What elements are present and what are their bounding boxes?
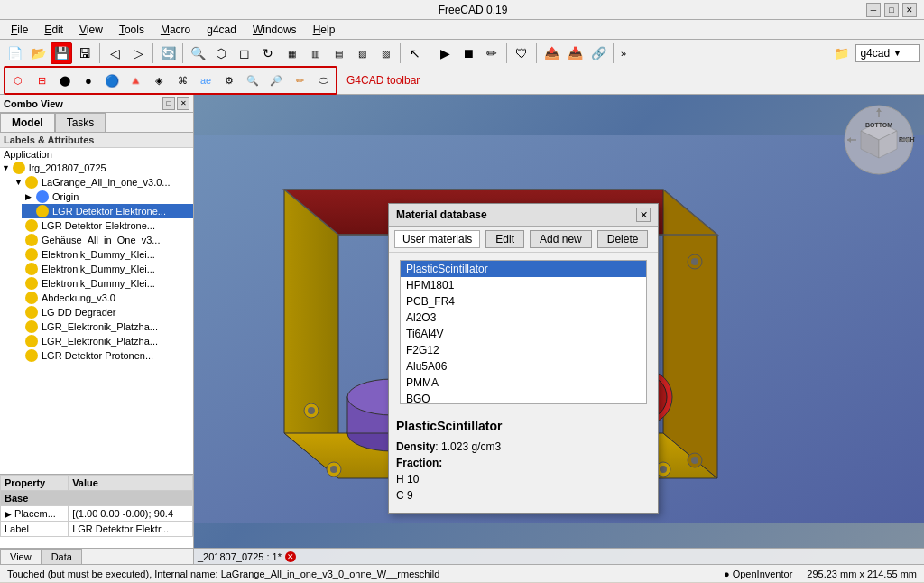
new-button[interactable]: 📄 — [4, 42, 25, 64]
panel-float-btn[interactable]: □ — [162, 97, 175, 110]
g4cad-btn13[interactable]: ✏ — [289, 69, 310, 91]
list-item-7[interactable]: PMMA — [401, 375, 646, 391]
material-dialog[interactable]: Material database ✕ User materials Edit … — [388, 203, 659, 514]
rotate-button[interactable]: ↻ — [257, 42, 279, 64]
refresh-button[interactable]: 🔄 — [157, 42, 179, 64]
list-item-0[interactable]: PlasticScintillator — [401, 261, 646, 277]
tree-item-0[interactable]: ▼ lrg_201807_0725 — [0, 161, 193, 175]
g4cad-dropdown[interactable]: g4cad ▼ — [855, 44, 920, 62]
tree-arrow-1: ▼ — [14, 178, 23, 187]
bottom-button[interactable]: ▨ — [374, 42, 396, 64]
g4cad-btn10[interactable]: ⚙ — [218, 69, 240, 91]
g4cad-btn14[interactable]: ⬭ — [312, 69, 334, 91]
tree-item-6[interactable]: Elektronik_Dummy_Klei... — [22, 247, 193, 262]
tree-item-1[interactable]: ▼ LaGrange_All_in_one_v3.0... — [11, 175, 193, 190]
link-button[interactable]: 🔗 — [587, 42, 609, 64]
list-item-1[interactable]: HPM1801 — [401, 277, 646, 293]
dialog-delete-button[interactable]: Delete — [597, 230, 649, 248]
svg-point-23 — [691, 457, 698, 464]
minimize-button[interactable]: ─ — [866, 3, 881, 17]
menu-edit[interactable]: Edit — [37, 22, 70, 38]
select-button[interactable]: ↖ — [404, 42, 426, 64]
dialog-tab-user-materials[interactable]: User materials — [394, 230, 480, 248]
menu-g4cad[interactable]: g4cad — [199, 22, 244, 38]
maximize-button[interactable]: □ — [884, 3, 899, 17]
box-button[interactable]: ◻ — [234, 42, 255, 64]
tree-item-5[interactable]: Gehäuse_All_in_One_v3... — [22, 233, 193, 247]
shield-button[interactable]: 🛡 — [511, 42, 532, 64]
g4cad-btn1[interactable]: ⬡ — [7, 69, 29, 91]
double-chevron: » — [621, 48, 626, 59]
tree-icon-4 — [25, 219, 38, 232]
tree-item-2[interactable]: ▶ Origin — [22, 190, 193, 204]
menu-tools[interactable]: Tools — [112, 22, 152, 38]
tab-model[interactable]: Model — [0, 113, 55, 132]
menu-windows[interactable]: Windows — [245, 22, 304, 38]
material-list[interactable]: PlasticScintillator HPM1801 PCB_FR4 Al2O… — [400, 260, 647, 404]
list-item-6[interactable]: Alu5A06 — [401, 358, 646, 375]
tree-item-11[interactable]: LGR_Elektronik_Platzha... — [22, 319, 193, 334]
tree-label-4: LGR Detektor Elektrone... — [42, 220, 155, 231]
g4cad-btn4[interactable]: ● — [78, 69, 99, 91]
panel-close-btn[interactable]: ✕ — [177, 97, 189, 110]
tree-label-3: LGR Detektor Elektrone... — [52, 206, 166, 217]
tab-data[interactable]: Data — [42, 549, 82, 564]
g4cad-btn8[interactable]: ⌘ — [171, 69, 193, 91]
edit-button[interactable]: ✏ — [481, 42, 503, 64]
close-button[interactable]: ✕ — [902, 3, 917, 17]
file-icon-btn[interactable]: 📁 — [830, 42, 852, 64]
menu-macro[interactable]: Macro — [153, 22, 198, 38]
tree-item-4[interactable]: LGR Detektor Elektrone... — [22, 218, 193, 233]
right-button[interactable]: ▤ — [328, 42, 349, 64]
g4cad-btn7[interactable]: ◈ — [148, 69, 170, 91]
play-button[interactable]: ▶ — [434, 42, 456, 64]
zoom-button[interactable]: 🔍 — [187, 42, 208, 64]
export2-button[interactable]: 📥 — [564, 42, 586, 64]
list-item-3[interactable]: Al2O3 — [401, 310, 646, 326]
navcube[interactable]: BOTTOM RIGHT — [843, 104, 915, 176]
top-button[interactable]: ▥ — [304, 42, 326, 64]
stop-button[interactable]: ⏹ — [457, 42, 479, 64]
tree-item-7[interactable]: Elektronik_Dummy_Klei... — [22, 262, 193, 276]
list-item-2[interactable]: PCB_FR4 — [401, 293, 646, 310]
undo-button[interactable]: ◁ — [104, 42, 125, 64]
list-item-5[interactable]: F2G12 — [401, 342, 646, 358]
tab-tasks[interactable]: Tasks — [55, 113, 106, 132]
menu-help[interactable]: Help — [306, 22, 343, 38]
save-as-button[interactable]: 🖫 — [74, 42, 96, 64]
tree-area[interactable]: Application ▼ lrg_201807_0725 ▼ LaGrange… — [0, 148, 193, 474]
tree-item-10[interactable]: LG DD Degrader — [22, 305, 193, 319]
g4cad-btn12[interactable]: 🔎 — [265, 69, 287, 91]
sep8 — [613, 43, 614, 63]
tree-icon-2 — [36, 190, 49, 203]
dialog-close-button[interactable]: ✕ — [636, 208, 651, 222]
view3d-button[interactable]: ⬡ — [210, 42, 232, 64]
menu-view[interactable]: View — [72, 22, 110, 38]
front-button[interactable]: ▦ — [281, 42, 302, 64]
dialog-edit-button[interactable]: Edit — [485, 230, 524, 248]
list-item-4[interactable]: Ti6Al4V — [401, 326, 646, 342]
view-data-tabs: View Data — [0, 548, 193, 564]
g4cad-btn2[interactable]: ⊞ — [31, 69, 52, 91]
dialog-add-new-button[interactable]: Add new — [530, 230, 592, 248]
left-button[interactable]: ▧ — [351, 42, 373, 64]
g4cad-btn6[interactable]: 🔺 — [125, 69, 146, 91]
redo-button[interactable]: ▷ — [127, 42, 149, 64]
g4cad-btn3[interactable]: ⬤ — [54, 69, 76, 91]
save-button[interactable]: 💾 — [51, 42, 72, 64]
g4cad-btn9[interactable]: ae — [195, 69, 217, 91]
open-button[interactable]: 📂 — [27, 42, 49, 64]
menu-file[interactable]: File — [4, 22, 35, 38]
g4cad-btn5[interactable]: 🔵 — [101, 69, 123, 91]
tab-view[interactable]: View — [0, 549, 42, 564]
tree-item-13[interactable]: LGR Detektor Protonen... — [22, 348, 193, 363]
g4cad-btn11[interactable]: 🔍 — [242, 69, 263, 91]
export1-button[interactable]: 📤 — [541, 42, 562, 64]
tree-item-12[interactable]: LGR_Elektronik_Platzha... — [22, 334, 193, 348]
list-item-8[interactable]: BGO — [401, 391, 646, 404]
viewport[interactable]: BOTTOM RIGHT _201807_0725 : 1* ✕ Materia… — [194, 95, 924, 564]
g4cad-toolbar-box: ⬡ ⊞ ⬤ ● 🔵 🔺 ◈ ⌘ ae ⚙ 🔍 🔎 ✏ ⬭ — [4, 66, 337, 95]
tree-item-3[interactable]: LGR Detektor Elektrone... — [22, 204, 193, 218]
tree-item-8[interactable]: Elektronik_Dummy_Klei... — [22, 276, 193, 291]
tree-item-9[interactable]: Abdeckung_v3.0 — [22, 291, 193, 305]
